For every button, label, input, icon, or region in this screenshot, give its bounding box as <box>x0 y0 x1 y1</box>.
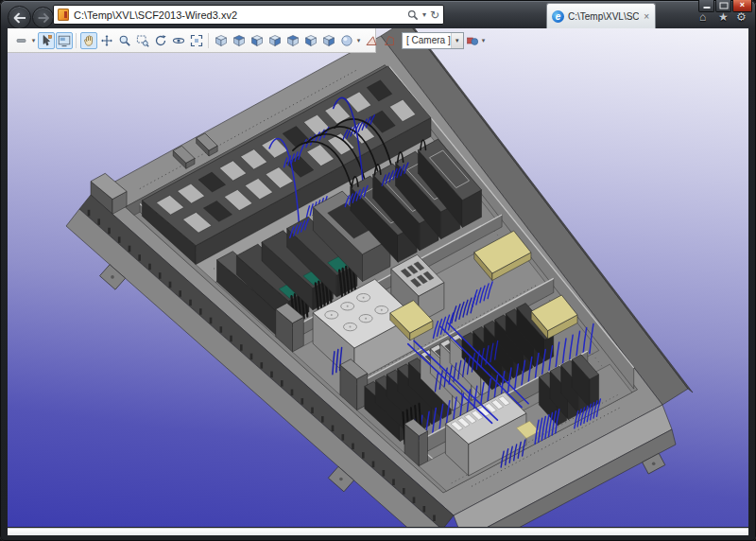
compact-menu-button[interactable] <box>13 32 30 49</box>
render-mode-button[interactable] <box>56 32 73 49</box>
view-left-button[interactable] <box>266 32 284 49</box>
view-top-button[interactable] <box>302 32 319 49</box>
address-url: C:\Temp\XVL\SCF2013-Wired3.xv2 <box>74 9 407 21</box>
tab-title: C:\Temp\XVL\SCF2013-Wir... <box>568 11 639 22</box>
home-icon[interactable]: ⌂ <box>699 10 706 24</box>
zoom-area-tool-button[interactable] <box>134 32 151 49</box>
browser-chrome: C:\Temp\XVL\SCF2013-Wired3.xv2 ▾ ↻ e C:\… <box>0 0 756 28</box>
tab-favicon-icon: e <box>552 10 564 23</box>
view-right-button[interactable] <box>284 32 301 49</box>
camera-selector-value: [ Camera ] <box>403 35 451 45</box>
close-button[interactable]: × <box>732 0 752 12</box>
shading-mode-caret-icon[interactable]: ▾ <box>355 37 362 44</box>
camera-selector-caret-icon[interactable]: ▾ <box>451 33 463 48</box>
fit-view-button[interactable] <box>188 32 205 49</box>
favorites-star-icon[interactable]: ★ <box>718 10 729 24</box>
model-3d[interactable] <box>8 28 748 527</box>
refresh-icon[interactable]: ↻ <box>430 9 439 21</box>
camera-selector[interactable]: [ Camera ] ▾ <box>402 32 464 49</box>
perspective-mode-button[interactable] <box>363 32 380 49</box>
view-iso-button[interactable] <box>213 32 230 49</box>
forward-arrow-icon <box>38 13 49 23</box>
back-arrow-icon <box>13 12 26 23</box>
spin-tool-button[interactable] <box>170 32 187 49</box>
browser-tab[interactable]: e C:\Temp\XVL\SCF2013-Wir... × <box>546 3 656 28</box>
search-icon[interactable] <box>407 9 419 21</box>
address-bar[interactable]: C:\Temp\XVL\SCF2013-Wired3.xv2 ▾ ↻ <box>53 5 444 25</box>
window-bottom-frame <box>8 528 748 535</box>
tab-close-icon[interactable]: × <box>643 11 650 22</box>
toolbar-separator <box>208 33 209 48</box>
toolbar-separator <box>76 33 77 48</box>
viewer-settings-caret-icon[interactable]: ▾ <box>482 37 486 44</box>
view-bottom-button[interactable] <box>320 32 337 49</box>
select-mode-button[interactable] <box>38 32 55 49</box>
maximize-button[interactable] <box>715 0 731 12</box>
address-favicon-icon <box>58 9 69 21</box>
back-button[interactable] <box>8 6 31 29</box>
shading-mode-button[interactable] <box>338 32 355 49</box>
gear-icon[interactable]: ⚙ <box>736 10 747 24</box>
xvl-viewport[interactable] <box>8 28 748 527</box>
zoom-tool-button[interactable] <box>116 32 133 49</box>
address-dropdown-icon[interactable]: ▾ <box>422 11 426 19</box>
move-tool-button[interactable] <box>98 32 115 49</box>
forward-button[interactable] <box>32 7 54 28</box>
page-content: ▾▾ [ Camera ] ▾ ▾ <box>8 28 748 527</box>
viewer-toolbar: ▾▾ [ Camera ] ▾ ▾ <box>8 28 376 53</box>
view-front-button[interactable] <box>231 32 248 49</box>
rotate-tool-button[interactable] <box>152 32 169 49</box>
browser-window: C:\Temp\XVL\SCF2013-Wired3.xv2 ▾ ↻ e C:\… <box>0 0 756 541</box>
orthographic-mode-button[interactable] <box>381 32 398 49</box>
compact-menu-caret-icon[interactable]: ▾ <box>30 37 37 44</box>
view-back-button[interactable] <box>249 32 266 49</box>
viewer-settings-button[interactable] <box>464 32 481 49</box>
pan-tool-button[interactable] <box>80 32 97 49</box>
minimize-button[interactable] <box>698 0 714 12</box>
